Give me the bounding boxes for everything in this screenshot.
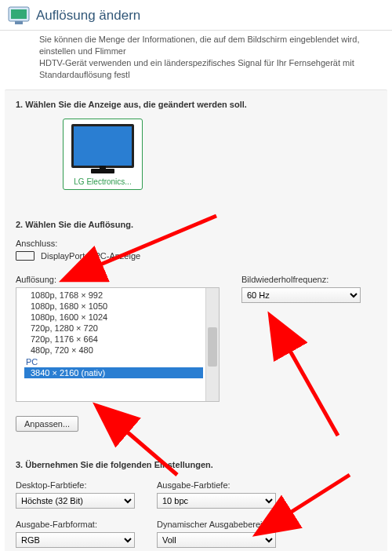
- output-depth-label: Ausgabe-Farbtiefe:: [157, 480, 276, 490]
- svg-rect-2: [15, 21, 23, 24]
- resolution-listbox[interactable]: 1080p, 1768 × 992 1080p, 1680 × 1050 108…: [16, 287, 220, 402]
- resolution-label: Auflösung:: [16, 275, 220, 284]
- step2-title: 2. Wählen Sie die Auflösung.: [16, 220, 378, 229]
- output-format-label: Ausgabe-Farbformat:: [16, 520, 135, 529]
- step3-title: 3. Übernehmen Sie die folgenden Einstell…: [16, 460, 378, 469]
- nvidia-icon: [8, 6, 30, 25]
- list-item-selected[interactable]: 3840 × 2160 (nativ): [24, 367, 203, 378]
- list-category: PC: [24, 356, 219, 367]
- adjust-button[interactable]: Anpassen...: [16, 416, 78, 432]
- monitor-label: LG Electronics...: [68, 177, 137, 186]
- port-label: Anschluss:: [16, 239, 378, 248]
- list-item[interactable]: 720p, 1176 × 664: [24, 334, 219, 345]
- intro-text: Sie können die Menge der Informationen, …: [0, 31, 392, 89]
- refresh-label: Bildwiederholfrequenz:: [241, 275, 378, 284]
- step1-title: 1. Wählen Sie die Anzeige aus, die geänd…: [16, 100, 378, 109]
- monitor-icon: [71, 124, 134, 168]
- scrollbar-thumb[interactable]: [208, 327, 217, 367]
- dyn-range-select[interactable]: Voll: [157, 532, 276, 548]
- page-title: Auflösung ändern: [36, 8, 140, 24]
- list-item[interactable]: 1080p, 1600 × 1024: [24, 312, 219, 323]
- page-header: Auflösung ändern: [0, 0, 392, 31]
- list-item[interactable]: 480p, 720 × 480: [24, 345, 219, 356]
- scrollbar[interactable]: [205, 288, 219, 401]
- list-item[interactable]: 720p, 1280 × 720: [24, 323, 219, 334]
- port-row: DisplayPort – PC-Anzeige: [16, 251, 378, 261]
- output-format-select[interactable]: RGB: [16, 532, 135, 548]
- desktop-depth-select[interactable]: Höchste (32 Bit): [16, 493, 135, 509]
- monitor-list: LG Electronics...: [16, 119, 378, 190]
- settings-panel: 1. Wählen Sie die Anzeige aus, die geänd…: [5, 89, 387, 551]
- dyn-range-label: Dynamischer Ausgabebereich:: [157, 520, 276, 529]
- list-item[interactable]: 1080p, 1768 × 992: [24, 290, 219, 301]
- displayport-icon: [16, 251, 34, 261]
- desktop-depth-label: Desktop-Farbtiefe:: [16, 480, 135, 490]
- output-depth-select[interactable]: 10 bpc: [157, 493, 276, 509]
- list-item[interactable]: 1080p, 1680 × 1050: [24, 301, 219, 312]
- port-value: DisplayPort – PC-Anzeige: [41, 251, 140, 261]
- svg-rect-1: [11, 9, 27, 19]
- monitor-item[interactable]: LG Electronics...: [63, 119, 143, 190]
- refresh-select[interactable]: 60 Hz: [241, 287, 361, 303]
